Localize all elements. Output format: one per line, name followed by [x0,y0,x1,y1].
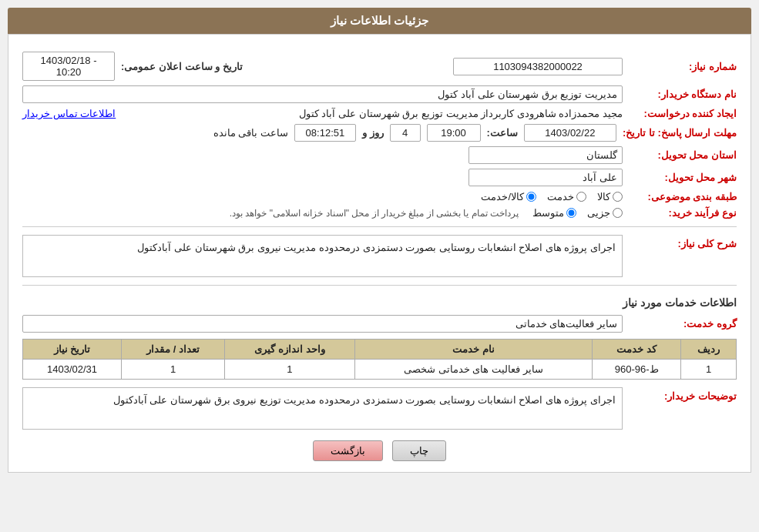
response-remaining: 08:12:51 [294,124,356,142]
response-deadline-label: مهلت ارسال پاسخ: تا تاریخ: [623,127,737,139]
response-days-label: روز و [362,127,384,139]
creator-value: مجید محمدزاده شاهرودی کاربرداز مدیریت تو… [122,108,623,119]
requester-org-label: نام دستگاه خریدار: [629,89,737,100]
purchase-type-radio-group: جزیی متوسط [532,207,623,219]
col-name: نام خدمت [354,340,592,360]
need-number-value: 1103094382000022 [453,58,623,75]
buyer-notes-label: توضیحات خریدار: [629,390,737,402]
creator-label: ایجاد کننده درخواست: [629,108,737,119]
response-days: 4 [390,124,421,142]
delivery-province-value: گلستان [468,146,623,164]
announce-date-label: تاریخ و ساعت اعلان عمومی: [121,61,243,72]
cell-row: 1 [681,360,737,380]
response-date: 1403/02/22 [524,124,616,142]
purchase-option-jozi[interactable]: جزیی [587,207,623,219]
services-table: ردیف کد خدمت نام خدمت واحد اندازه گیری ت… [22,339,737,380]
delivery-city-label: شهر محل تحویل: [629,172,737,183]
purchase-type-label: نوع فرآیند خرید: [629,207,737,219]
category-option-khedmat[interactable]: خدمت [547,191,586,202]
back-button[interactable]: بازگشت [313,440,383,461]
service-group-label: گروه خدمت: [629,318,737,330]
page-header: جزئیات اطلاعات نیاز [8,8,751,34]
col-quantity: تعداد / مقدار [122,340,225,360]
purchase-option-moutaset[interactable]: متوسط [532,207,576,219]
category-option-kala[interactable]: کالا [597,191,623,202]
category-radio-group: کالا خدمت کالا/خدمت [481,191,623,202]
services-section-title: اطلاعات خدمات مورد نیاز [22,296,737,309]
response-time: 19:00 [427,124,481,142]
cell-name: سایر فعالیت های خدماتی شخصی [354,360,592,380]
buyer-notes-value: اجرای پروژه های اصلاح انشعابات روستایی ب… [22,387,623,430]
table-row: 1 ط-96-960 سایر فعالیت های خدماتی شخصی 1… [23,360,737,380]
cell-unit: 1 [225,360,355,380]
cell-quantity: 1 [122,360,225,380]
delivery-city-value: علی آباد [468,169,623,186]
announce-date-value: 1403/02/18 - 10:20 [22,52,115,81]
need-number-label: شماره نیاز: [629,61,737,72]
category-label: طبقه بندی موضوعی: [629,191,737,202]
col-unit: واحد اندازه گیری [225,340,355,360]
response-remaining-label: ساعت باقی مانده [213,127,288,139]
response-time-label: ساعت: [487,127,518,139]
general-description-value: اجرای پروژه های اصلاح انشعابات روستایی ب… [22,235,623,277]
purchase-note: پرداخت تمام یا بخشی از مبلغ خریدار از مح… [230,208,519,219]
requester-org-value: مدیریت توزیع برق شهرستان علی آباد کتول [22,85,623,103]
delivery-province-label: استان محل تحویل: [629,149,737,161]
service-group-value: سایر فعالیت‌های خدماتی [22,315,623,333]
header-title: جزئیات اطلاعات نیاز [331,14,428,27]
print-button[interactable]: چاپ [392,440,446,461]
cell-date: 1403/02/31 [23,360,122,380]
col-date: تاریخ نیاز [23,340,122,360]
col-row: ردیف [681,340,737,360]
general-description-label: شرح کلی نیاز: [629,238,737,249]
col-code: کد خدمت [593,340,681,360]
category-option-kala-khedmat[interactable]: کالا/خدمت [481,191,536,202]
contact-info-link[interactable]: اطلاعات تماس خریدار [22,108,116,119]
cell-code: ط-96-960 [593,360,681,380]
button-row: چاپ بازگشت [22,440,737,461]
